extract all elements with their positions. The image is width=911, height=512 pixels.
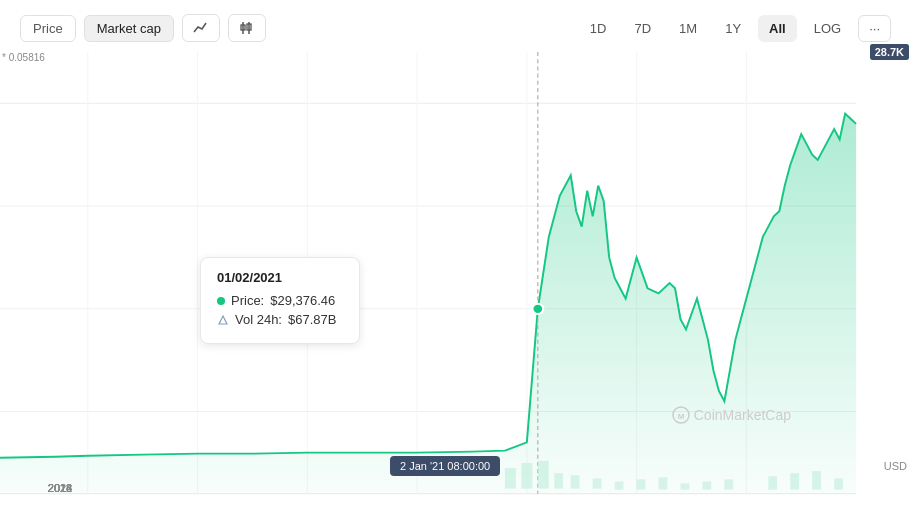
time-log[interactable]: LOG [803, 15, 852, 42]
svg-rect-23 [593, 478, 602, 488]
toolbar: Price Market cap 1D 7D 1M 1Y All LOG ··· [0, 0, 911, 52]
tab-price[interactable]: Price [20, 15, 76, 42]
timestamp-label: 2 Jan '21 08:00:00 [390, 456, 500, 476]
time-1y[interactable]: 1Y [714, 15, 752, 42]
svg-rect-27 [681, 483, 690, 489]
chart-area: 60.0K 40.0K 20.0K 60.9K 28.7K USD 2012 2… [0, 52, 911, 504]
candlestick-btn[interactable] [228, 14, 266, 42]
svg-rect-29 [724, 479, 733, 489]
tooltip-price-row: Price: $29,376.46 [217, 293, 343, 308]
svg-rect-28 [702, 481, 711, 489]
volume-icon [217, 314, 229, 326]
svg-rect-24 [615, 481, 624, 489]
price-dot [217, 297, 225, 305]
x-label-2024: 2024 [48, 482, 72, 494]
tab-marketcap[interactable]: Market cap [84, 15, 174, 42]
svg-rect-19 [521, 463, 532, 489]
svg-rect-26 [659, 477, 668, 489]
tooltip-price-label: Price: [231, 293, 264, 308]
svg-rect-22 [571, 475, 580, 488]
svg-rect-21 [554, 473, 563, 488]
line-chart-btn[interactable] [182, 14, 220, 42]
svg-text:M: M [677, 412, 684, 421]
tooltip-vol-row: Vol 24h: $67.87B [217, 312, 343, 327]
toolbar-left: Price Market cap [20, 14, 266, 42]
more-button[interactable]: ··· [858, 15, 891, 42]
svg-rect-18 [505, 468, 516, 489]
tooltip-date: 01/02/2021 [217, 270, 343, 285]
toolbar-right: 1D 7D 1M 1Y All LOG ··· [579, 15, 891, 42]
chart-tooltip: 01/02/2021 Price: $29,376.46 Vol 24h: $6… [200, 257, 360, 344]
svg-rect-33 [834, 478, 843, 489]
time-all[interactable]: All [758, 15, 797, 42]
time-1d[interactable]: 1D [579, 15, 618, 42]
usd-label: USD [884, 460, 907, 472]
tooltip-vol-label: Vol 24h: [235, 312, 282, 327]
svg-rect-25 [637, 479, 646, 489]
time-7d[interactable]: 7D [623, 15, 662, 42]
price-chart-svg [0, 52, 911, 504]
svg-rect-31 [790, 473, 799, 489]
watermark: M CoinMarketCap [672, 406, 791, 424]
svg-rect-20 [538, 461, 549, 489]
coinmarketcap-logo-icon: M [672, 406, 690, 424]
low-value-label: * 0.05816 [2, 52, 45, 63]
svg-rect-30 [768, 476, 777, 489]
svg-rect-32 [812, 471, 821, 489]
tooltip-price-value: $29,376.46 [270, 293, 335, 308]
time-1m[interactable]: 1M [668, 15, 708, 42]
line-chart-icon [193, 20, 209, 36]
svg-point-17 [532, 304, 543, 314]
candlestick-icon [239, 20, 255, 36]
tooltip-vol-value: $67.87B [288, 312, 336, 327]
